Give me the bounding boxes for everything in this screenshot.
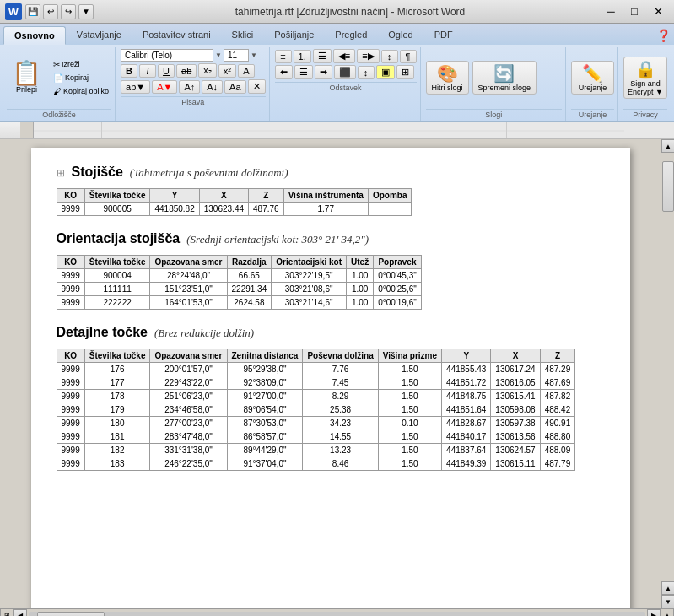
sort-button[interactable]: ↕ — [381, 50, 398, 63]
quick-styles-button[interactable]: 🎨 Hitri slogi — [426, 61, 469, 95]
scroll-thumb-h[interactable] — [37, 612, 105, 617]
quick-access-toolbar: 💾 ↩ ↪ ▼ — [25, 4, 94, 19]
ribbon-help-icon[interactable]: ❓ — [656, 29, 671, 42]
scroll-left-btn[interactable]: ◀ — [13, 609, 27, 617]
tab-pregled[interactable]: Pregled — [325, 26, 377, 45]
ruler-corner — [20, 122, 34, 139]
change-styles-button[interactable]: 🔄 Spremeni sloge — [472, 61, 537, 95]
scroll-track-v[interactable] — [661, 153, 674, 581]
table-orientacija: KO Številka točke Opazovana smer Razdalj… — [57, 255, 422, 310]
editing-icon: ✏️ — [582, 63, 603, 84]
underline-button[interactable]: U — [158, 64, 175, 78]
align-center-button[interactable]: ☰ — [294, 65, 313, 79]
font-name-selector[interactable]: Calibri (Telo) — [121, 49, 213, 62]
tab-posiljanje[interactable]: Pošiljanje — [264, 26, 324, 45]
text-effects-button[interactable]: A — [238, 64, 255, 78]
cut-button[interactable]: ✂Izreži — [51, 59, 111, 70]
multilevel-button[interactable]: ☰ — [313, 49, 332, 63]
scroll-up-btn[interactable]: ▲ — [661, 139, 674, 153]
undo-qat-btn[interactable]: ↩ — [43, 4, 58, 19]
italic-button[interactable]: I — [139, 64, 156, 78]
scroll-track-h[interactable] — [29, 612, 645, 617]
strikethrough-button[interactable]: ab — [176, 64, 197, 78]
justify-button[interactable]: ⬛ — [334, 65, 356, 79]
clear-format-button[interactable]: ✕ — [248, 79, 266, 94]
font-grow-button[interactable]: A↑ — [179, 80, 200, 94]
col-z: Z — [249, 189, 284, 203]
sign-encrypt-label: Sign andEncrypt ▼ — [628, 79, 663, 96]
styles-label: Slogi — [426, 109, 562, 121]
vertical-scrollbar[interactable]: ▲ ▲ ▼ — [661, 139, 674, 608]
paste-icon: 📋 — [12, 62, 41, 85]
borders-button[interactable]: ⊞ — [396, 65, 414, 79]
editing-label: Urejanje — [579, 84, 607, 92]
maximize-btn[interactable]: □ — [623, 4, 645, 19]
table-row: 9999180277°00'23,0"87°30'53,0"34.230.104… — [57, 417, 575, 430]
minimize-btn[interactable]: ─ — [600, 4, 622, 19]
font-color-button[interactable]: A▼ — [152, 80, 177, 94]
paragraph-label: Odstavek — [275, 82, 417, 94]
close-btn[interactable]: ✕ — [647, 4, 669, 19]
save-qat-btn[interactable]: 💾 — [25, 4, 40, 19]
decrease-indent-button[interactable]: ◀≡ — [333, 49, 355, 63]
highlight-button[interactable]: ab▼ — [121, 80, 150, 94]
horizontal-scrollbar[interactable]: ◀ ▶ — [13, 608, 661, 616]
numbering-button[interactable]: 1. — [294, 50, 311, 63]
format-painter-button[interactable]: 🖌Kopiraj obliko — [51, 86, 111, 97]
table-row: 9999 900005 441850.82 130623.44 487.76 1… — [57, 203, 412, 216]
align-left-button[interactable]: ⬅ — [275, 65, 293, 79]
expand-icon-1[interactable]: ⊞ — [57, 167, 65, 180]
font-shrink-button[interactable]: A↓ — [202, 80, 223, 94]
font-label: Pisava — [121, 96, 266, 108]
table-row: 9999177229°43'22,0"92°38'09,0"7.451.5044… — [57, 376, 575, 390]
cut-icon: ✂ — [53, 60, 60, 69]
col-ko: KO — [57, 189, 84, 203]
table-row: 9999111111151°23'51,0"22291.34303°21'08,… — [57, 283, 421, 296]
line-spacing-button[interactable]: ↕ — [358, 66, 375, 79]
subscript-button[interactable]: x₂ — [198, 63, 217, 78]
scroll-corner[interactable]: ▲ — [661, 608, 674, 616]
ribbon-group-font: Calibri (Telo) ▼ 11 ▼ B I U ab x₂ x² A a… — [117, 47, 270, 121]
bold-button[interactable]: B — [121, 64, 137, 78]
editing-label-group: Urejanje — [571, 109, 614, 121]
tab-osnovno-active[interactable]: Osnovno — [3, 26, 66, 45]
col-stev-tocke: Številka točke — [84, 189, 150, 203]
bullets-button[interactable]: ≡ — [275, 50, 292, 63]
privacy-label: Privacy — [623, 109, 667, 121]
ribbon-content: 📋 Prilepi ✂Izreži 📄Kopiraj 🖌Kopiraj obli… — [0, 45, 674, 121]
app-icon: W — [5, 3, 22, 20]
sign-encrypt-button[interactable]: 🔒 Sign andEncrypt ▼ — [623, 57, 667, 99]
scroll-thumb-v[interactable] — [662, 161, 674, 212]
superscript-button[interactable]: x² — [218, 64, 236, 78]
tab-vstavljanje[interactable]: Vstavljanje — [67, 26, 132, 45]
increase-indent-button[interactable]: ≡▶ — [357, 49, 379, 63]
document-scroll[interactable]: ⊞ Stojišče (Tahimetrija s poševnimi dolž… — [0, 139, 661, 608]
scroll-down-btn-1[interactable]: ▲ — [661, 581, 674, 595]
align-right-button[interactable]: ➡ — [315, 65, 332, 79]
scroll-right-btn[interactable]: ▶ — [647, 609, 661, 617]
scroll-down-btn-2[interactable]: ▼ — [661, 595, 674, 608]
ribbon-tabs: Osnovno Vstavljanje Postavitev strani Sk… — [0, 24, 674, 45]
tab-ogled[interactable]: Ogled — [378, 26, 423, 45]
shading-button[interactable]: ▣ — [376, 65, 395, 79]
section1-subtitle: (Tahimetrija s poševnimi dolžinami) — [130, 166, 288, 180]
ribbon: Osnovno Vstavljanje Postavitev strani Sk… — [0, 24, 674, 122]
tab-postavitev[interactable]: Postavitev strani — [132, 26, 221, 45]
ribbon-group-styles: 🎨 Hitri slogi 🔄 Spremeni sloge Slogi — [423, 47, 566, 121]
clipboard-label: Odložišče — [7, 109, 111, 121]
horizontal-ruler — [0, 122, 674, 139]
editing-button[interactable]: ✏️ Urejanje — [571, 61, 614, 95]
tab-sklici[interactable]: Sklici — [222, 26, 264, 45]
quick-styles-label: Hitri slogi — [432, 84, 463, 92]
redo-qat-btn[interactable]: ↪ — [61, 4, 76, 19]
copy-button[interactable]: 📄Kopiraj — [51, 73, 111, 84]
view-normal-btn[interactable]: ⊞ — [0, 608, 13, 616]
change-case-button[interactable]: Aa — [224, 80, 245, 94]
paste-button[interactable]: 📋 Prilepi — [7, 60, 46, 95]
table-row: 9999222222164°01'53,0"2624.58303°21'14,6… — [57, 296, 421, 310]
font-size-selector[interactable]: 11 — [224, 49, 249, 62]
table-stojisce: KO Številka točke Y X Z Višina inštrumen… — [57, 188, 412, 216]
qat-dropdown[interactable]: ▼ — [78, 4, 94, 19]
show-marks-button[interactable]: ¶ — [400, 50, 417, 63]
tab-pdf[interactable]: PDF — [424, 26, 463, 45]
